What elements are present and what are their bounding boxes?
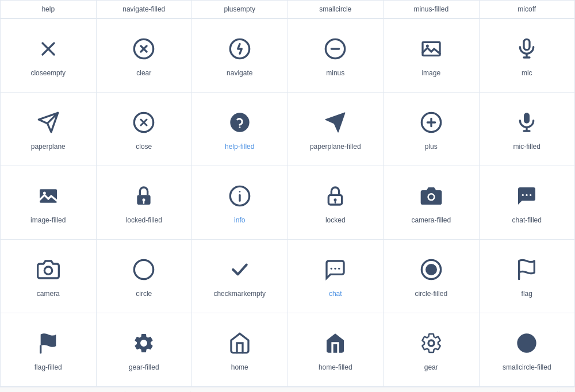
camera-filled-label: camera-filled [411,216,451,224]
chat-icon [324,255,347,284]
clear-icon [132,34,155,63]
svg-rect-5 [524,39,530,49]
svg-point-30 [425,264,437,275]
chat-filled-label: chat-filled [512,216,542,224]
icon-cell-camera-filled: camera-filled [384,166,480,240]
svg-point-23 [530,194,531,195]
help-filled-icon [228,108,251,137]
icon-cell-circle-filled: circle-filled [384,240,480,313]
icon-cell-help-filled: help-filled [192,93,288,166]
svg-point-31 [428,340,434,346]
image-label: image [421,69,440,77]
top-label-row: help navigate-filled plusempty smallcirc… [0,0,575,18]
icon-cell-image-filled: image-filled [1,166,97,240]
locked-filled-icon [132,182,155,210]
top-label-minus-filled: minus-filled [384,1,480,18]
closeempty-label: closeempty [30,69,66,77]
circle-label: circle [136,290,152,298]
gear-filled-label: gear-filled [129,363,159,371]
icon-cell-plus: plus [384,93,480,166]
image-filled-label: image-filled [30,216,66,224]
info-label: info [234,216,245,224]
icon-cell-paperplane: paperplane [1,93,97,166]
svg-point-26 [331,267,332,269]
circle-filled-icon [420,255,443,284]
locked-filled-label: locked-filled [126,216,162,224]
icon-cell-info: info [192,166,288,240]
flag-icon [515,255,538,284]
svg-point-21 [522,194,524,195]
checkmarkempty-label: checkmarkempty [213,290,266,298]
locked-icon [324,182,347,210]
icon-cell-image: image [384,19,480,93]
home-filled-icon [324,329,347,358]
gear-label: gear [424,363,438,371]
mic-label: mic [522,69,532,77]
icon-cell-gear-filled: gear-filled [97,313,193,387]
icon-cell-checkmarkempty: checkmarkempty [192,240,288,313]
icon-cell-navigate: navigate [192,19,288,93]
camera-filled-icon [420,182,443,210]
icon-cell-closeempty: closeempty [1,19,97,93]
paperplane-filled-label: paperplane-filled [310,143,361,151]
svg-rect-10 [524,113,530,123]
top-label-micoff: micoff [480,1,576,18]
chat-filled-icon [515,182,538,210]
chat-label: chat [329,290,342,298]
paperplane-icon [37,108,60,137]
icon-cell-mic: mic [480,19,576,93]
gear-filled-icon [132,329,155,358]
svg-point-25 [135,260,154,279]
gear-icon [420,329,443,358]
camera-icon [37,255,60,284]
icon-cell-camera: camera [1,240,97,313]
minus-label: minus [326,69,344,77]
top-label-help: help [1,1,97,18]
icon-cell-clear: clear [97,19,193,93]
home-icon [228,329,251,358]
info-icon [228,182,251,210]
paperplane-filled-icon [324,108,347,137]
icon-cell-locked: locked [288,166,384,240]
svg-point-22 [526,194,528,195]
navigate-label: navigate [227,69,252,77]
icon-cell-gear: gear [384,313,480,387]
svg-point-8 [239,126,240,128]
footer: www.toymoban.com 网络图片仅供展示，非存储，如有侵权请联系删除。… [0,387,575,392]
circle-filled-label: circle-filled [415,290,447,298]
svg-point-24 [44,267,52,274]
mic-filled-icon [515,108,538,137]
icon-cell-smallcircle-filled: smallcircle-filled [480,313,576,387]
closeempty-icon [37,34,60,63]
icon-cell-circle: circle [97,240,193,313]
svg-point-28 [338,267,340,269]
mic-filled-label: mic-filled [513,143,540,151]
camera-label: camera [37,290,60,298]
clear-label: clear [136,69,151,77]
locked-label: locked [325,216,346,224]
svg-point-20 [429,194,434,199]
icon-cell-chat-filled: chat-filled [480,166,576,240]
circle-icon [132,255,155,284]
icon-cell-mic-filled: mic-filled [480,93,576,166]
smallcircle-filled-label: smallcircle-filled [503,363,551,371]
svg-point-16 [239,191,240,193]
top-label-navigate-filled: navigate-filled [97,1,193,18]
top-label-smallcircle: smallcircle [288,1,384,18]
minus-icon [324,34,347,63]
top-label-plusempty: plusempty [192,1,288,18]
smallcircle-filled-icon [515,329,538,358]
flag-label: flag [522,290,532,298]
svg-point-27 [335,267,336,269]
svg-point-32 [518,333,536,352]
icon-cell-flag-filled: flag-filled [1,313,97,387]
close-label: close [136,143,152,151]
svg-point-7 [230,113,249,132]
plus-icon [420,108,443,137]
icon-cell-close: close [97,93,193,166]
home-filled-label: home-filled [319,363,352,371]
flag-filled-icon [37,329,60,358]
checkmarkempty-icon [228,255,251,284]
icon-cell-paperplane-filled: paperplane-filled [288,93,384,166]
paperplane-label: paperplane [31,143,66,151]
